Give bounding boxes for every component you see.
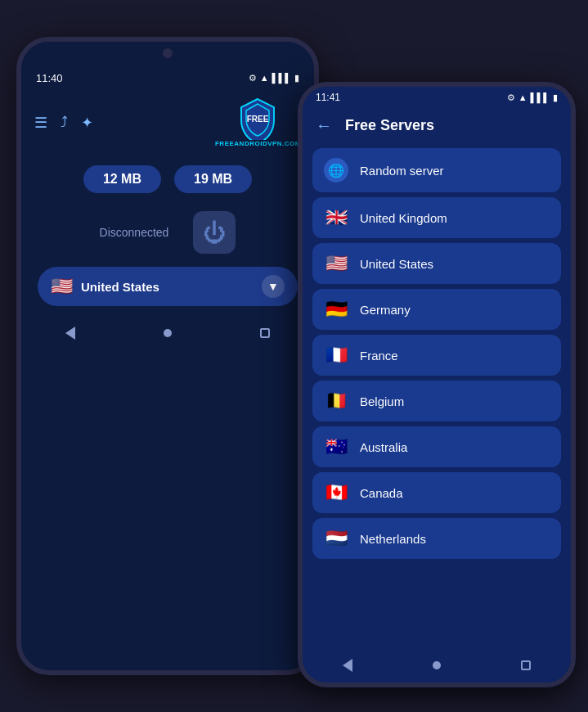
phone-left: 11:40 ⚙ ▲ ▌▌▌ ▮ ☰ ⤴ ✦ FREE FREEANDROIDVP… [16, 37, 319, 675]
server-item-us[interactable]: 🇺🇸 United States [312, 243, 561, 284]
star-icon[interactable]: ✦ [81, 114, 93, 132]
wifi-icon: ▲ [260, 73, 269, 83]
flag-uk: 🇬🇧 [324, 207, 348, 228]
bottom-nav-right [303, 651, 571, 683]
server-name-nl: Netherlands [360, 532, 426, 546]
menu-icon[interactable]: ☰ [34, 114, 47, 132]
nav-icons-left: ☰ ⤴ ✦ [34, 114, 93, 132]
time-right: 11:41 [316, 92, 340, 103]
server-name-us: United States [360, 257, 433, 271]
status-icons-left: ⚙ ▲ ▌▌▌ ▮ [249, 73, 299, 83]
right-header: ← Free Servers [303, 108, 571, 143]
back-button[interactable]: ← [316, 116, 332, 135]
logo-shield-icon: FREE [238, 97, 277, 140]
status-bar-right: 11:41 ⚙ ▲ ▌▌▌ ▮ [303, 87, 571, 108]
server-name-uk: United Kingdom [360, 211, 447, 225]
back-nav-icon[interactable] [65, 327, 75, 340]
status-icons-right: ⚙ ▲ ▌▌▌ ▮ [507, 92, 558, 103]
flag-be: 🇧🇪 [324, 390, 348, 412]
download-stat: 12 MB [83, 165, 161, 193]
phone-right: 11:41 ⚙ ▲ ▌▌▌ ▮ ← Free Servers 🌐 Random … [298, 82, 576, 687]
server-name-de: Germany [360, 303, 411, 317]
server-item-fr[interactable]: 🇫🇷 France [312, 335, 561, 376]
wifi-icon-r: ▲ [518, 92, 527, 102]
flag-ca: 🇨🇦 [324, 482, 348, 503]
server-name-au: Australia [360, 440, 407, 454]
server-item-au[interactable]: 🇦🇺 Australia [312, 426, 561, 467]
globe-icon: 🌐 [324, 158, 348, 183]
power-button[interactable]: ⏻ [193, 211, 236, 254]
server-name-ca: Canada [360, 486, 403, 500]
settings-icon: ⚙ [249, 73, 257, 83]
status-bar-left: 11:40 ⚙ ▲ ▌▌▌ ▮ [21, 66, 314, 89]
notch-left [21, 42, 314, 66]
camera-left [163, 48, 173, 58]
settings-icon-r: ⚙ [507, 92, 515, 103]
share-icon[interactable]: ⤴ [61, 114, 68, 131]
bottom-nav-left [21, 319, 314, 352]
home-nav-icon[interactable] [164, 329, 172, 337]
server-item-nl[interactable]: 🇳🇱 Netherlands [312, 518, 561, 559]
country-name-left: United States [81, 280, 159, 294]
time-left: 11:40 [36, 72, 63, 84]
chevron-down-icon[interactable]: ▼ [262, 275, 285, 298]
country-flag: 🇺🇸 [51, 276, 73, 297]
top-nav-left: ☰ ⤴ ✦ FREE FREEANDROIDVPN.COM [21, 89, 314, 155]
country-left: 🇺🇸 United States [51, 276, 159, 297]
server-item-uk[interactable]: 🇬🇧 United Kingdom [312, 197, 561, 238]
flag-au: 🇦🇺 [324, 436, 348, 457]
server-name-fr: France [360, 349, 398, 363]
server-item-de[interactable]: 🇩🇪 Germany [312, 289, 561, 330]
flag-de: 🇩🇪 [324, 299, 348, 320]
server-item-ca[interactable]: 🇨🇦 Canada [312, 472, 561, 513]
connection-area: Disconnected ⏻ [21, 203, 314, 267]
home-nav-icon-r[interactable] [433, 661, 441, 669]
svg-text:FREE: FREE [247, 115, 269, 124]
connection-status: Disconnected [100, 226, 169, 239]
logo-area: FREE FREEANDROIDVPN.COM [215, 97, 301, 147]
battery-icon-r: ▮ [553, 92, 558, 103]
back-nav-icon-r[interactable] [343, 659, 352, 672]
battery-icon: ▮ [294, 73, 299, 83]
flag-us: 🇺🇸 [324, 253, 348, 274]
screen-title: Free Servers [345, 117, 434, 134]
server-item-be[interactable]: 🇧🇪 Belgium [312, 381, 561, 421]
recent-nav-icon-r[interactable] [521, 660, 531, 670]
server-list: 🌐 Random server 🇬🇧 United Kingdom 🇺🇸 Uni… [303, 143, 571, 564]
server-name-random: Random server [360, 164, 444, 178]
signal-icon-r: ▌▌▌ [531, 92, 550, 102]
upload-stat: 19 MB [174, 165, 252, 193]
recent-nav-icon[interactable] [260, 328, 270, 338]
server-item-random[interactable]: 🌐 Random server [312, 148, 561, 192]
stats-area: 12 MB 19 MB [21, 155, 314, 203]
country-selector[interactable]: 🇺🇸 United States ▼ [38, 267, 298, 306]
flag-nl: 🇳🇱 [324, 528, 348, 549]
server-name-be: Belgium [360, 394, 404, 408]
signal-icon: ▌▌▌ [272, 73, 291, 83]
flag-fr: 🇫🇷 [324, 345, 348, 366]
power-icon: ⏻ [203, 219, 226, 246]
logo-text: FREEANDROIDVPN.COM [215, 140, 301, 147]
